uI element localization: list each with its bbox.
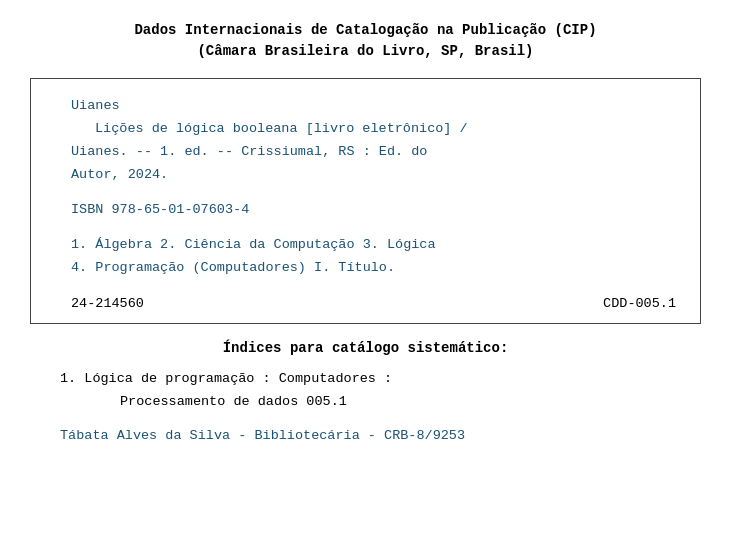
indices-title: Índices para catálogo sistemático: — [30, 340, 701, 356]
indices-section: Índices para catálogo sistemático: 1. Ló… — [30, 340, 701, 449]
header-line2: (Câmara Brasileira do Livro, SP, Brasil) — [197, 43, 533, 59]
cip-isbn: ISBN 978-65-01-07603-4 — [71, 199, 676, 222]
header: Dados Internacionais de Catalogação na P… — [30, 20, 701, 62]
indices-item1: 1. Lógica de programação : Computadores … — [60, 368, 701, 391]
cip-publisher-year: Autor, 2024. — [71, 164, 676, 187]
header-line1: Dados Internacionais de Catalogação na P… — [134, 22, 596, 38]
librarian-line: Tábata Alves da Silva - Bibliotecária - … — [60, 425, 701, 448]
cip-subjects2: 4. Programação (Computadores) I. Título. — [71, 257, 676, 280]
cip-title-line: Lições de lógica booleana [livro eletrôn… — [95, 118, 676, 141]
cip-footer-left: 24-214560 — [71, 296, 144, 311]
indices-content: 1. Lógica de programação : Computadores … — [30, 368, 701, 449]
cip-footer: 24-214560 CDD-005.1 — [71, 296, 676, 311]
cip-box: Uianes Lições de lógica booleana [livro … — [30, 78, 701, 324]
cip-content: Uianes Lições de lógica booleana [livro … — [71, 95, 676, 280]
cip-author-edition: Uianes. -- 1. ed. -- Crissiumal, RS : Ed… — [71, 141, 676, 164]
cip-subjects1: 1. Álgebra 2. Ciência da Computação 3. L… — [71, 234, 676, 257]
cip-author: Uianes — [71, 95, 676, 118]
cip-footer-right: CDD-005.1 — [603, 296, 676, 311]
indices-item1-cont: Processamento de dados 005.1 — [120, 391, 701, 414]
